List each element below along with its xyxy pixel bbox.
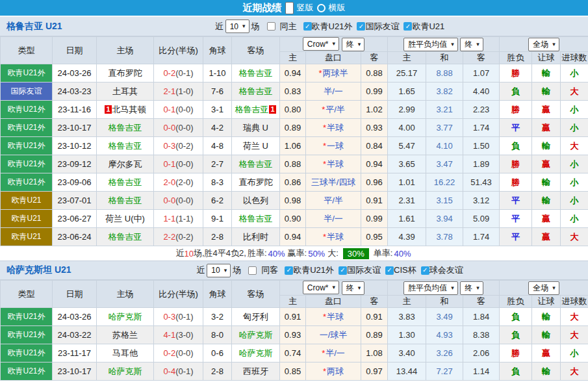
date-cell: 24-03-26 [53,308,97,326]
avg-home-cell: 3.65 [388,155,426,173]
avg-away-cell: 8.38 [463,326,500,344]
col-header-handicap: 盘口 [306,52,361,64]
star-marker: * [323,141,326,151]
chevron-down-icon: ▾ [451,285,454,291]
score-cell: 4-1(3-0) [154,326,203,344]
avg-select[interactable]: 胜平负均值▾ [403,38,458,51]
handicap-cell: 半/一 [306,210,361,228]
goals-cell: 大 [561,308,588,326]
away-odds-cell: 0.97 [361,363,388,381]
horizontal-layout-radio[interactable] [317,4,326,12]
star-marker: * [323,312,326,322]
handicap-name: 半球 [327,123,344,133]
win-rate-value: 40% [268,249,285,259]
company-select[interactable]: Crow*▾ [303,281,339,294]
corner-cell: 6-2 [203,192,232,210]
date-cell: 23-10-17 [53,119,97,137]
vertical-layout-label[interactable]: 竖版 [297,2,314,14]
date-cell: 23-11-17 [53,344,97,363]
fulltime-select[interactable]: 全场▾ [528,281,559,295]
match-count-select[interactable]: 10 ▾ [207,264,231,277]
league-checkbox[interactable]: ✓ [385,266,394,275]
home-team-cell: 格鲁吉亚 [97,228,154,246]
home-odds-cell: 0.90 [280,210,306,228]
league-cell: 欧青U21外 [1,137,53,155]
single-rate-label: 单率: [374,248,393,259]
georgia-league-filters: ✓欧青U21外✓国际友谊✓欧青U21 [299,21,445,32]
home-team-name: 格鲁吉亚 [109,123,142,133]
same-home-checkbox[interactable] [267,22,275,31]
home-odds-cell: 0.74 [280,344,306,363]
away-team-name: 荷兰 U [243,141,268,151]
col-header-handicap-result: 让球 [532,296,561,308]
win-rate-label: 胜率: [248,248,267,259]
fulltime-select[interactable]: 全场▾ [528,38,559,51]
handicap-name: 三球半/四球 [311,177,356,187]
home-odds-cell: 0.93 [280,326,306,344]
league-checkbox[interactable]: ✓ [285,266,293,275]
handicap-result-cell: 贏 [532,119,561,137]
match-row: 欧青U21外23-11-161北马其顿0-1(0-0)3-1格鲁吉亚10.80*… [1,101,588,119]
handicap-name: 半/一 [326,348,345,358]
date-cell: 23-09-12 [53,155,97,173]
away-odds-cell: 0.94 [361,155,388,173]
league-cell: 欧青U21 [1,228,53,246]
half-time-score: (0-2) [175,141,193,151]
goals-cell: 大 [561,83,588,101]
col-header-away: 客场 [232,37,280,64]
handicap-result-cell: 輸 [532,64,561,83]
col-header-date: 日期 [53,281,97,308]
avg-draw-cell: 3.77 [426,119,463,137]
final-avg-select[interactable]: 终▾ [460,38,483,51]
home-odds-cell: 0.88 [280,155,306,173]
home-team-name: 苏格兰 [112,330,138,340]
match-count-select[interactable]: 10 ▾ [225,19,249,33]
red-card-badge: 1 [105,105,111,114]
avg-home-cell: 1.30 [388,326,426,344]
league-checkbox[interactable]: ✓ [339,266,347,275]
league-checkbox[interactable]: ✓ [403,22,412,31]
away-team-name: 格鲁吉亚 [239,159,273,169]
score-cell: 0-4(0-1) [154,363,203,381]
final-odds-select[interactable]: 终▾ [342,38,365,51]
league-checkbox[interactable]: ✓ [357,22,365,31]
handicap-cell: *半球 [306,155,361,173]
star-marker: * [323,159,326,169]
away-odds-cell: 0.95 [361,228,388,246]
avg-home-cell: 3.83 [388,308,426,326]
full-time-score: 2-1 [163,86,175,96]
date-cell: 23-10-12 [53,137,97,155]
avg-away-cell: 1.74 [463,119,500,137]
avg-select[interactable]: 胜平负均值▾ [403,281,458,295]
chevron-down-icon: ▾ [333,285,336,290]
corner-cell: 8-3 [203,173,232,192]
full-time-score: 1-1 [163,214,175,223]
horizontal-layout-label[interactable]: 横版 [329,2,346,14]
final-avg-select[interactable]: 终▾ [460,281,483,295]
away-odds-cell: 0.89 [361,326,388,344]
team-title-kazakhstan: 哈萨克斯坦 U21 [6,264,71,276]
same-away-checkbox[interactable] [248,266,257,275]
handicap-result-cell: 輸 [532,363,561,381]
league-cell: 欧青U21 [1,210,53,228]
full-time-score: 0-0 [163,123,175,133]
col-header-odds-away: 客 [361,52,388,64]
handicap-name: 平/半 [324,196,343,205]
away-odds-cell: 0.91 [361,308,388,326]
handicap-name: 一球 [327,141,344,151]
league-checkbox[interactable]: ✓ [421,266,429,275]
georgia-filter-row: 格鲁吉亚 U21 近 10 ▾ 场 同主 ✓欧青U21外✓国际友谊✓欧青U21 [0,17,588,36]
away-odds-cell: 0.88 [361,64,388,83]
league-checkbox[interactable]: ✓ [303,22,312,31]
avg-draw-cell: 3.94 [426,210,463,228]
avg-draw-cell: 3.82 [426,83,463,101]
company-select[interactable]: Crow*▾ [303,37,339,51]
full-time-score: 0-2 [163,68,175,78]
home-team-cell: 土耳其 [97,83,154,101]
final-odds-select[interactable]: 终▾ [342,281,365,295]
chevron-down-icon: ▾ [451,42,454,47]
goals-cell: 小 [561,64,588,83]
col-header-score: 比分(半场) [154,37,203,64]
home-team-cell: 苏格兰 [97,326,154,344]
vertical-layout-radio[interactable] [285,2,294,14]
